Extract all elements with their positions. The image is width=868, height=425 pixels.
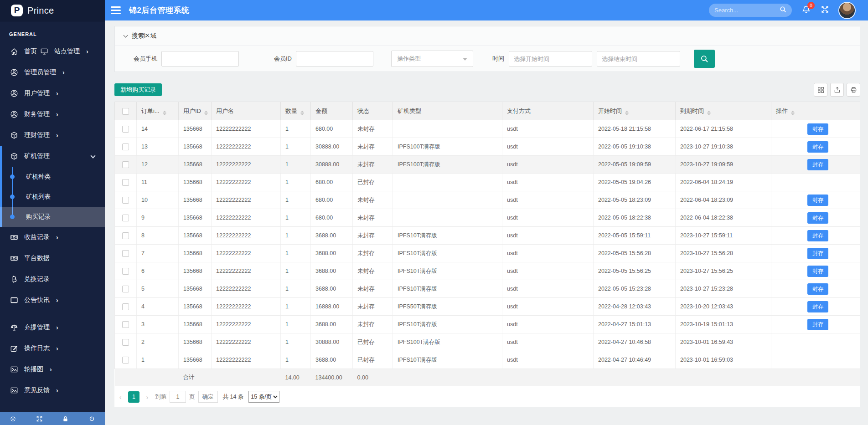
column-header-数量[interactable]: 数量 xyxy=(281,102,311,120)
seal-button[interactable]: 封存 xyxy=(807,283,828,295)
cell-end-time: 2022-06-17 21:15:58 xyxy=(676,120,771,138)
seal-button[interactable]: 封存 xyxy=(807,195,828,206)
sort-arrows-icon[interactable] xyxy=(163,111,166,115)
sidebar-item-意见反馈[interactable]: 意见反馈› xyxy=(0,380,105,401)
sidebar-item-兑换记录[interactable]: 兑换记录 xyxy=(0,269,105,290)
seal-button[interactable]: 封存 xyxy=(807,141,828,153)
sidebar-item-用户管理[interactable]: 用户管理› xyxy=(0,83,105,104)
banknote-icon xyxy=(10,233,18,241)
cell-miner-type: IPFS10T满存版 xyxy=(393,262,502,280)
seal-button[interactable]: 封存 xyxy=(807,301,828,312)
next-page-button[interactable]: › xyxy=(143,393,152,401)
cell-username: 12222222222 xyxy=(212,191,281,209)
goto-page-input[interactable] xyxy=(170,391,186,403)
sidebar-item-label: 管理员管理 xyxy=(24,68,56,77)
header-search-input[interactable] xyxy=(714,7,780,14)
export-button[interactable] xyxy=(830,83,844,97)
fullscreen-button[interactable] xyxy=(821,5,829,15)
row-checkbox[interactable] xyxy=(122,286,129,292)
seal-button[interactable]: 封存 xyxy=(807,212,828,224)
cell-action xyxy=(771,351,860,369)
sidebar-item-理财管理[interactable]: 理财管理› xyxy=(0,125,105,146)
seal-button[interactable]: 封存 xyxy=(807,123,828,135)
sidebar-item-财务管理[interactable]: 财务管理› xyxy=(0,104,105,125)
cell-amount: 3688.00 xyxy=(311,316,353,333)
row-checkbox[interactable] xyxy=(122,179,129,186)
brand-logo[interactable]: P Prince xyxy=(0,0,105,21)
row-checkbox[interactable] xyxy=(122,126,129,133)
cell-order-id: 9 xyxy=(137,209,179,227)
columns-button[interactable] xyxy=(814,83,827,97)
row-checkbox[interactable] xyxy=(122,303,129,310)
column-header-操作[interactable]: 操作 xyxy=(771,102,860,120)
sidebar-subitem-label: 矿机种类 xyxy=(26,173,51,181)
column-header-矿机类型: 矿机类型 xyxy=(393,102,502,120)
sidebar-item-收益记录[interactable]: 收益记录› xyxy=(0,227,105,248)
seal-button[interactable]: 封存 xyxy=(807,319,828,330)
start-time-input[interactable] xyxy=(509,51,592,67)
sidebar-subitem-矿机列表[interactable]: 矿机列表 xyxy=(0,187,105,207)
column-header-到期时间[interactable]: 到期时间 xyxy=(676,102,771,120)
member-id-input[interactable] xyxy=(296,51,373,67)
cell-start-time: 2022-05-05 15:56:28 xyxy=(594,245,676,262)
member-phone-input[interactable] xyxy=(161,51,239,67)
cell-payment: usdt xyxy=(502,174,594,191)
sidebar-item-平台数据[interactable]: 平台数据 xyxy=(0,248,105,269)
page-size-select[interactable]: 15 条/页 xyxy=(248,391,279,403)
sort-arrows-icon[interactable] xyxy=(204,111,208,115)
operation-type-select[interactable]: 操作类型 xyxy=(391,51,473,67)
seal-button[interactable]: 封存 xyxy=(807,230,828,241)
current-page-button[interactable]: 1 xyxy=(128,391,140,403)
goto-confirm-button[interactable]: 确定 xyxy=(198,391,218,403)
sidebar-item-充提管理[interactable]: 充提管理› xyxy=(0,317,105,338)
column-header-用户ID[interactable]: 用户ID xyxy=(179,102,212,120)
cell-start-time: 2022-05-05 19:04:26 xyxy=(594,174,676,191)
notifications-button[interactable]: 0 xyxy=(802,5,811,15)
row-checkbox[interactable] xyxy=(122,268,129,275)
add-record-button[interactable]: 新增购买记录 xyxy=(114,83,162,96)
search-submit-button[interactable] xyxy=(694,50,715,68)
lock-icon[interactable] xyxy=(52,412,79,425)
expand-icon[interactable] xyxy=(26,412,53,425)
sort-arrows-icon[interactable] xyxy=(300,111,304,115)
export-icon xyxy=(834,87,841,93)
row-checkbox[interactable] xyxy=(122,357,129,364)
prev-page-button[interactable]: ‹ xyxy=(116,393,125,401)
sidebar-item-公告快讯[interactable]: 公告快讯› xyxy=(0,290,105,311)
print-button[interactable] xyxy=(847,83,860,97)
row-checkbox[interactable] xyxy=(122,197,129,204)
row-checkbox[interactable] xyxy=(122,339,129,346)
sidebar-item-轮播图[interactable]: 轮播图› xyxy=(0,359,105,380)
gear-icon[interactable] xyxy=(0,412,26,425)
sidebar-item-操作日志[interactable]: 操作日志› xyxy=(0,338,105,359)
row-checkbox[interactable] xyxy=(122,215,129,221)
avatar[interactable] xyxy=(839,3,855,18)
header-search[interactable] xyxy=(709,4,792,17)
search-icon[interactable] xyxy=(780,6,786,15)
seal-button[interactable]: 封存 xyxy=(807,266,828,277)
menu-toggle-icon[interactable] xyxy=(111,5,122,16)
end-time-input[interactable] xyxy=(597,51,680,67)
column-header-开始时间[interactable]: 开始时间 xyxy=(594,102,676,120)
sort-arrows-icon[interactable] xyxy=(707,111,711,115)
column-header-订单i...[interactable]: 订单i... xyxy=(137,102,179,120)
sort-arrows-icon[interactable] xyxy=(625,111,629,115)
seal-button[interactable]: 封存 xyxy=(807,159,828,170)
row-checkbox[interactable] xyxy=(122,321,129,328)
sidebar-item-矿机管理[interactable]: 矿机管理 xyxy=(0,146,105,167)
search-panel-header[interactable]: 搜索区域 xyxy=(115,26,860,46)
sidebar-subitem-购买记录[interactable]: 购买记录 xyxy=(0,207,105,227)
row-checkbox[interactable] xyxy=(122,250,129,257)
row-checkbox[interactable] xyxy=(122,143,129,150)
sort-arrows-icon[interactable] xyxy=(791,111,795,115)
sidebar-item-首页[interactable]: 首页 xyxy=(0,41,40,62)
cell-action: 封存 xyxy=(771,191,860,209)
sidebar-subitem-矿机种类[interactable]: 矿机种类 xyxy=(0,167,105,187)
row-checkbox[interactable] xyxy=(122,161,129,168)
power-icon[interactable] xyxy=(79,412,105,425)
sidebar-item-管理员管理[interactable]: 管理员管理› xyxy=(0,62,105,83)
select-all-checkbox[interactable] xyxy=(122,108,129,115)
sidebar-item-站点管理[interactable]: 站点管理› xyxy=(40,41,88,62)
row-checkbox[interactable] xyxy=(122,232,129,239)
seal-button[interactable]: 封存 xyxy=(807,248,828,259)
